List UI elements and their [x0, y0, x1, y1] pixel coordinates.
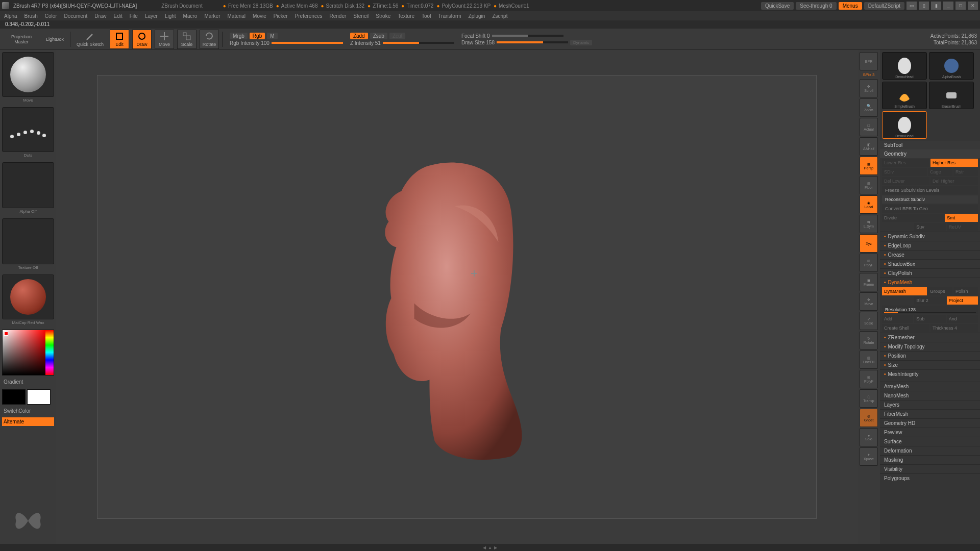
- viewport[interactable]: [97, 75, 817, 519]
- transp-button[interactable]: ◌Transp: [860, 389, 878, 408]
- tool-tile-simplebrush[interactable]: SimpleBrush: [882, 82, 927, 109]
- arraymesh-header[interactable]: ArrayMesh: [880, 382, 980, 391]
- solo-button[interactable]: ●Solo: [860, 428, 878, 446]
- menu-layer[interactable]: Layer: [145, 13, 158, 19]
- scroll-button[interactable]: ✥Scroll: [860, 79, 878, 97]
- draw-size-label[interactable]: Draw Size 158: [461, 40, 495, 45]
- menus-button[interactable]: Menus: [839, 2, 862, 10]
- meshintegrity-header[interactable]: MeshIntegrity: [880, 369, 980, 379]
- polyf-button[interactable]: ⊞PolyF: [860, 254, 878, 272]
- alternate-button[interactable]: Alternate: [2, 417, 54, 426]
- smt-button[interactable]: Smt: [945, 214, 978, 222]
- focal-shift-label[interactable]: Focal Shift 0: [461, 33, 490, 39]
- projection-master-button[interactable]: Projection Master: [3, 30, 40, 49]
- linefill-button[interactable]: ▥LineFill: [860, 350, 878, 369]
- color-main-swatch[interactable]: [2, 389, 26, 405]
- z-intensity-label[interactable]: Z Intensity 51: [350, 40, 381, 46]
- menu-zplugin[interactable]: Zplugin: [469, 13, 485, 19]
- edit-button[interactable]: Edit: [110, 30, 129, 49]
- size-header[interactable]: Size: [880, 360, 980, 369]
- texture-tile[interactable]: Texture Off: [2, 218, 54, 264]
- del-higher-button[interactable]: Del Higher: [930, 177, 978, 185]
- rotate-button[interactable]: Rotate: [200, 30, 219, 49]
- menu-color[interactable]: Color: [45, 13, 57, 19]
- menu-macro[interactable]: Macro: [183, 13, 198, 19]
- menu-edit[interactable]: Edit: [114, 13, 122, 19]
- menu-tool[interactable]: Tool: [422, 13, 431, 19]
- ghost-button[interactable]: ◍Ghost: [860, 409, 878, 427]
- zsub-button[interactable]: Zsub: [370, 33, 387, 39]
- rstr-button[interactable]: Rstr: [953, 168, 978, 176]
- edgeloop-header[interactable]: EdgeLoop: [880, 241, 980, 250]
- rgb-button[interactable]: Rgb: [250, 33, 265, 39]
- tool-tile-alphabrush[interactable]: AlphaBrush: [929, 52, 974, 80]
- minimize-button[interactable]: _: [943, 2, 953, 10]
- color-picker[interactable]: [2, 330, 54, 375]
- cage-button[interactable]: Cage: [928, 168, 952, 176]
- bpr-button[interactable]: BPR: [860, 52, 878, 70]
- polyf2-button[interactable]: ⊞PolyF: [860, 370, 878, 388]
- seethrough-button[interactable]: See-through 0: [796, 2, 836, 10]
- lower-res-button[interactable]: Lower Res: [882, 159, 929, 167]
- draw-button[interactable]: Draw: [132, 30, 152, 49]
- menu-transform[interactable]: Transform: [438, 13, 461, 19]
- stroke-tile[interactable]: Dots: [2, 107, 54, 152]
- zadd-button[interactable]: Zadd: [350, 33, 368, 39]
- frame-button[interactable]: ▣Frame: [860, 273, 878, 291]
- persp-button[interactable]: ▦Persp: [860, 157, 878, 175]
- brush-tile[interactable]: Move: [2, 52, 54, 97]
- thickness-slider[interactable]: Thickness 4: [930, 324, 978, 332]
- zremesher-header[interactable]: ZRemesher: [880, 333, 980, 342]
- menu-render[interactable]: Render: [330, 13, 347, 19]
- dynamic-subdiv-header[interactable]: Dynamic Subdiv: [880, 232, 980, 241]
- floor-button[interactable]: ▤Floor: [860, 176, 878, 194]
- quicksketch-button[interactable]: Quick Sketch: [74, 30, 107, 49]
- move-nav-button[interactable]: ✥Move: [860, 292, 878, 311]
- reuv-button[interactable]: ReUV: [947, 223, 978, 231]
- scale-button[interactable]: Scale: [177, 30, 197, 49]
- freeze-subdiv-button[interactable]: Freeze SubDivision Levels: [882, 186, 978, 194]
- zcut-button[interactable]: Zcut: [389, 33, 405, 39]
- m-button[interactable]: M: [267, 33, 277, 39]
- gradient-button[interactable]: Gradient: [2, 378, 54, 386]
- groups-button[interactable]: Groups: [928, 287, 952, 295]
- lightbox-button[interactable]: LightBox: [43, 30, 67, 49]
- dynamesh-header[interactable]: DynaMesh: [880, 278, 980, 287]
- actual-button[interactable]: ◻Actual: [860, 118, 878, 136]
- sub-button[interactable]: Sub: [914, 315, 945, 323]
- tool-tile-active[interactable]: DemoHead: [882, 111, 927, 139]
- layout3-button[interactable]: ▮: [931, 2, 941, 10]
- claypolish-header[interactable]: ClayPolish: [880, 268, 980, 278]
- tool-tile-eraserbrush[interactable]: EraserBrush: [929, 82, 974, 109]
- dynamic-button[interactable]: Dynamic: [570, 40, 592, 45]
- color-secondary-swatch[interactable]: [27, 389, 51, 405]
- alpha-tile[interactable]: Alpha Off: [2, 162, 54, 208]
- convert-bpr-button[interactable]: Convert BPR To Geo: [882, 205, 978, 213]
- subtool-header[interactable]: SubTool: [880, 141, 980, 149]
- rgb-intensity-slider[interactable]: [272, 42, 343, 44]
- menu-light[interactable]: Light: [165, 13, 176, 19]
- menu-movie[interactable]: Movie: [253, 13, 266, 19]
- add-button[interactable]: Add: [882, 315, 913, 323]
- menu-material[interactable]: Material: [228, 13, 246, 19]
- mrgb-button[interactable]: Mrgb: [230, 33, 248, 39]
- menu-zscript[interactable]: Zscript: [492, 13, 507, 19]
- menu-preferences[interactable]: Preferences: [295, 13, 323, 19]
- menu-alpha[interactable]: Alpha: [4, 13, 17, 19]
- layers-header[interactable]: Layers: [880, 400, 980, 409]
- and-button[interactable]: And: [947, 315, 978, 323]
- menu-marker[interactable]: Marker: [204, 13, 220, 19]
- project-button[interactable]: Project: [947, 296, 978, 305]
- defaultscript-button[interactable]: DefaultZScript: [864, 2, 904, 10]
- menu-picker[interactable]: Picker: [274, 13, 288, 19]
- close-button[interactable]: ✕: [968, 2, 978, 10]
- shadowbox-header[interactable]: ShadowBox: [880, 259, 980, 268]
- menu-stencil[interactable]: Stencil: [353, 13, 369, 19]
- suv-button[interactable]: Suv: [914, 223, 945, 231]
- menu-texture[interactable]: Texture: [398, 13, 414, 19]
- menu-stroke[interactable]: Stroke: [376, 13, 390, 19]
- dynamesh-button[interactable]: DynaMesh: [882, 287, 927, 295]
- geometryhd-header[interactable]: Geometry HD: [880, 418, 980, 428]
- bottom-scrollbar[interactable]: ◀▲▶: [0, 544, 980, 551]
- polygroups-header[interactable]: Polygroups: [880, 473, 980, 483]
